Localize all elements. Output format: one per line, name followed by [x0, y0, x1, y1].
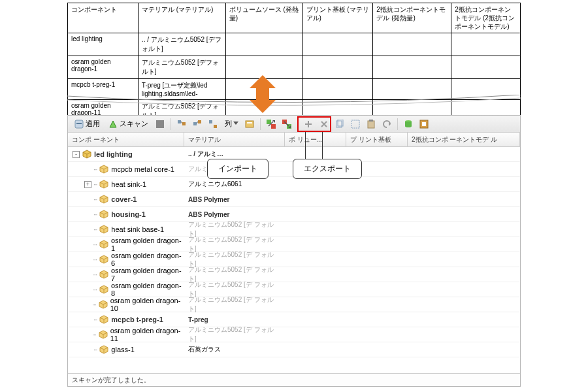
- no-expander: [84, 301, 90, 308]
- part-icon: [99, 344, 109, 355]
- tree-row[interactable]: ···cover-1ABS Polymer: [68, 192, 520, 207]
- tree-row[interactable]: ···osram golden dragon-6アルミニウム5052 [デ フォ…: [68, 252, 520, 267]
- part-icon: [99, 254, 109, 265]
- part-icon: [99, 209, 109, 220]
- select-all-button[interactable]: [348, 118, 363, 131]
- scan-button[interactable]: スキャン: [105, 118, 152, 131]
- delete-button[interactable]: [317, 118, 331, 131]
- no-expander: [84, 241, 91, 248]
- tree-item-label: led lighting: [94, 150, 133, 158]
- tree-item-label: housing-1: [111, 210, 146, 218]
- tree-row[interactable]: ···osram golden dragon-10アルミニウム5052 [デ フ…: [68, 297, 520, 312]
- tree-item-label: osram golden dragon-8: [111, 282, 184, 297]
- part-icon: [99, 164, 109, 174]
- tree-branch-icon: ···: [93, 196, 97, 203]
- tree-row[interactable]: +···heat sink-1アルミニウム6061: [68, 177, 520, 192]
- part-icon: [99, 239, 109, 250]
- settings-button[interactable]: [417, 118, 431, 131]
- tree-item-label: osram golden dragon-6: [111, 252, 184, 267]
- paste-button[interactable]: [364, 118, 378, 131]
- svg-rect-14: [271, 124, 276, 129]
- part-icon: [99, 194, 109, 204]
- hdr-2r[interactable]: 2抵抗コンポ ーネントモデ ル: [408, 133, 520, 146]
- tree-row[interactable]: ···heat sink base-1アルミニウム5052 [デ フォルト]: [68, 222, 520, 237]
- tree-item-label: glass-1: [111, 346, 134, 353]
- callout-export: エクスポート: [293, 159, 362, 179]
- tree-branch-icon: ···: [92, 301, 95, 308]
- toolbar-sep-1: [171, 118, 171, 130]
- cell-name: led lighting: [68, 33, 139, 56]
- hdr-material[interactable]: マテリアル: [184, 133, 285, 146]
- assign-material-button[interactable]: [242, 118, 257, 131]
- part-icon: [99, 284, 109, 295]
- import-button[interactable]: [264, 118, 278, 131]
- tree-item-material[interactable]: 石英ガラス: [184, 345, 285, 354]
- tree-body[interactable]: -led lighting.. / アルミ…···mcpcb metal cor…: [68, 147, 520, 373]
- db-button[interactable]: [401, 118, 416, 131]
- tree-branch-icon: ···: [93, 241, 97, 248]
- tree-item-material[interactable]: ABS Polymer: [184, 211, 285, 218]
- expander-icon[interactable]: -: [73, 151, 80, 158]
- scan-icon: [108, 119, 118, 129]
- tree-item-material[interactable]: .. / アルミ…: [184, 150, 285, 159]
- scan-label: スキャン: [120, 119, 148, 129]
- hdr-board[interactable]: プ リント基板: [346, 133, 408, 146]
- tree-row[interactable]: ···mcpcb t-preg-1T-preg: [68, 312, 520, 327]
- svg-marker-3: [110, 121, 116, 127]
- add-button[interactable]: [301, 118, 316, 131]
- tree-row[interactable]: ···osram golden dragon-8アルミニウム5052 [デ フォ…: [68, 282, 520, 297]
- stop-button[interactable]: [153, 118, 167, 131]
- tree-expand-button[interactable]: [174, 118, 189, 131]
- tree-item-label: heat sink-1: [111, 180, 146, 188]
- tree-row[interactable]: ···glass-1石英ガラス: [68, 342, 520, 357]
- tree-branch-icon: ···: [93, 316, 97, 323]
- toolbar-sep-2: [260, 118, 261, 130]
- columns-label: 列: [225, 119, 232, 129]
- cell-material: .. / アルミニウム5052 [デフォルト]: [138, 33, 225, 56]
- apply-button[interactable]: 適用: [71, 118, 103, 131]
- hdr-component[interactable]: コンポ ーネント: [68, 133, 184, 146]
- cell-board: [302, 33, 373, 56]
- tree-branch-icon: ···: [93, 286, 97, 293]
- undo-button[interactable]: [380, 118, 394, 131]
- tree-item-material[interactable]: アルミニウム6061: [184, 180, 285, 189]
- svg-rect-4: [156, 120, 164, 128]
- columns-button[interactable]: 列: [221, 118, 241, 131]
- tree-branch-icon: ···: [92, 331, 95, 338]
- tree-row[interactable]: ···housing-1ABS Polymer: [68, 207, 520, 222]
- no-expander: [84, 196, 91, 203]
- emw-panel: 適用 スキャン 列 コンポ ーネント マテリアル ボ リュー…: [67, 115, 521, 387]
- no-expander: [84, 256, 91, 263]
- tree-filter-button[interactable]: [206, 118, 220, 131]
- no-expander: [84, 226, 91, 233]
- table-row: led lighting.. / アルミニウム5052 [デフォルト]: [68, 33, 521, 56]
- svg-rect-23: [369, 120, 373, 122]
- cell-name: osram golden dragon-1: [68, 56, 139, 79]
- copy-button[interactable]: [333, 118, 347, 131]
- export-button[interactable]: [280, 118, 294, 131]
- tree-item-label: osram golden dragon-7: [111, 267, 184, 282]
- export-table-header: コンポーネント マテリアル (マテリアル) ボリュームソース (発熱量) プリン…: [68, 3, 521, 33]
- tree-row[interactable]: ···osram golden dragon-1アルミニウム5052 [デ フォ…: [68, 237, 520, 252]
- hdr-volume[interactable]: ボ リュー…: [285, 133, 346, 146]
- tree-collapse-button[interactable]: [190, 118, 204, 131]
- expander-icon[interactable]: +: [84, 181, 91, 188]
- tree-item-material[interactable]: アルミニウム5052 [デ フォルト]: [184, 325, 285, 344]
- svg-rect-10: [214, 125, 217, 128]
- tree-branch-icon: ···: [93, 181, 97, 188]
- no-expander: [84, 166, 91, 173]
- svg-rect-12: [247, 122, 252, 123]
- svg-marker-0: [250, 75, 276, 113]
- no-expander: [84, 211, 91, 218]
- double-arrow-icon: [243, 75, 282, 113]
- tree-item-material[interactable]: ABS Polymer: [184, 196, 285, 203]
- tree-row[interactable]: ···osram golden dragon-11アルミニウム5052 [デ フ…: [68, 327, 520, 342]
- col-volume-source: ボリュームソース (発熱量): [225, 3, 302, 33]
- status-bar: スキャンが完了しました。: [68, 373, 520, 386]
- tree-row[interactable]: ···osram golden dragon-7アルミニウム5052 [デ フォ…: [68, 267, 520, 282]
- tree-item-label: osram golden dragon-1: [111, 237, 184, 252]
- tree-item-label: heat sink base-1: [111, 225, 164, 233]
- tree-item-material[interactable]: T-preg: [184, 316, 285, 323]
- tree-item-material[interactable]: アルミニウム5052 [デ フォルト]: [184, 295, 285, 314]
- col-2r-model: 2抵抗コンポーネントモデル (2抵抗コンポーネントモデル): [451, 3, 521, 33]
